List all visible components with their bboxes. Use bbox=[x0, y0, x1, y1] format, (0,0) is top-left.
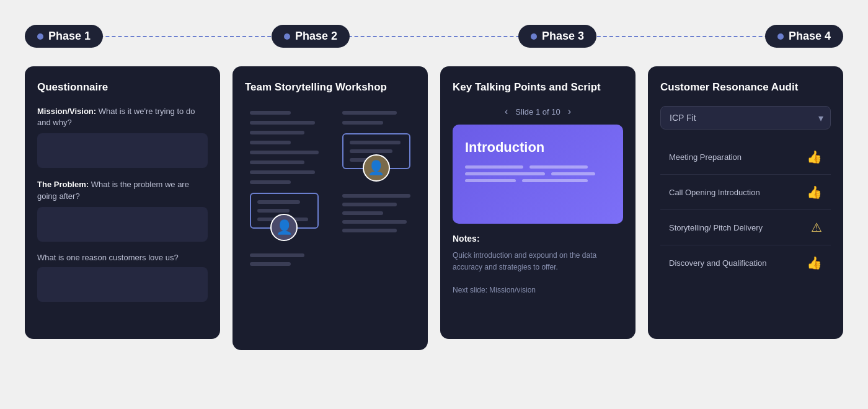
audit-row-label: Meeting Preparation bbox=[669, 152, 742, 162]
line bbox=[250, 121, 315, 125]
icp-fit-select[interactable]: ICP Fit Persona Fit Vertical Fit bbox=[660, 106, 831, 130]
phase2-label: Phase 2 bbox=[295, 30, 337, 43]
line bbox=[250, 180, 291, 184]
phase3-label: Phase 3 bbox=[542, 30, 584, 43]
notes-label: Notes: bbox=[453, 234, 623, 244]
line bbox=[342, 211, 383, 215]
audit-card-title: Customer Resonance Audit bbox=[660, 81, 831, 94]
phase3-dot bbox=[531, 33, 537, 40]
slide-line bbox=[465, 172, 545, 175]
phase3-badge: Phase 3 bbox=[518, 25, 596, 48]
slide-title: Introduction bbox=[465, 139, 611, 156]
notes-text-1: Quick introduction and expound on the da… bbox=[453, 250, 623, 273]
slide-card: Key Talking Points and Script ‹ Slide 1 … bbox=[440, 66, 636, 339]
audit-row-call-opening: Call Opening Introduction 👍 bbox=[660, 175, 831, 210]
phase4-label: Phase 4 bbox=[789, 30, 831, 43]
phase4-badge: Phase 4 bbox=[765, 25, 843, 48]
line bbox=[250, 151, 319, 154]
line bbox=[342, 194, 411, 198]
slide-nav: ‹ Slide 1 of 10 › bbox=[453, 106, 623, 117]
line bbox=[342, 111, 397, 115]
slide-card-title: Key Talking Points and Script bbox=[453, 81, 623, 94]
questionnaire-title: Questionnaire bbox=[37, 81, 208, 94]
audit-row-label: Storytelling/ Pitch Delivery bbox=[669, 223, 763, 232]
audit-row-meeting: Meeting Preparation 👍 bbox=[660, 139, 831, 175]
audit-row-storytelling: Storytelling/ Pitch Delivery ⚠ bbox=[660, 210, 831, 245]
prev-slide-button[interactable]: ‹ bbox=[505, 106, 508, 117]
phase1-badge: Phase 1 bbox=[25, 25, 103, 48]
q2-bold: The Problem: bbox=[37, 180, 89, 189]
thumb-up-icon-call: 👍 bbox=[807, 185, 822, 200]
warning-icon-story: ⚠ bbox=[811, 220, 822, 235]
q2-input[interactable] bbox=[37, 207, 208, 242]
line bbox=[250, 253, 304, 257]
slide-row bbox=[465, 179, 611, 182]
phase1-label: Phase 1 bbox=[48, 30, 91, 43]
slide-line bbox=[551, 172, 595, 175]
icp-fit-dropdown-wrapper[interactable]: ICP Fit Persona Fit Vertical Fit ▾ bbox=[660, 106, 831, 130]
line bbox=[350, 149, 392, 153]
workshop-card: Team Storytelling Workshop bbox=[232, 66, 428, 350]
questionnaire-card: Questionnaire Mission/Vision: What is it… bbox=[25, 66, 220, 339]
slide-line bbox=[465, 165, 523, 169]
line bbox=[250, 111, 291, 115]
line bbox=[257, 200, 300, 204]
q3-label: What is one reason customers love us? bbox=[37, 253, 208, 262]
audit-rows-container: Meeting Preparation 👍 Call Opening Intro… bbox=[660, 139, 831, 280]
audit-row-label: Discovery and Qualification bbox=[669, 258, 767, 268]
slide-content-lines bbox=[465, 165, 611, 182]
slide-line bbox=[529, 165, 588, 169]
timeline: Phase 1 Phase 2 Phase 3 Phase 4 bbox=[25, 25, 843, 48]
phase2-badge: Phase 2 bbox=[272, 25, 350, 48]
phase1-dot bbox=[37, 33, 43, 40]
notes-text-2: Next slide: Mission/vision bbox=[453, 284, 623, 296]
q1-label: Mission/Vision: What is it we're trying … bbox=[37, 106, 208, 128]
line bbox=[342, 220, 407, 224]
line bbox=[257, 209, 290, 213]
timeline-line bbox=[25, 36, 843, 37]
line bbox=[250, 131, 304, 134]
line bbox=[250, 141, 291, 144]
phase4-dot bbox=[777, 33, 784, 40]
workshop-title: Team Storytelling Workshop bbox=[245, 81, 415, 94]
line bbox=[350, 141, 401, 144]
thumb-up-icon-meeting: 👍 bbox=[807, 149, 822, 164]
slide-counter: Slide 1 of 10 bbox=[515, 107, 560, 117]
slide-line bbox=[465, 179, 516, 182]
slide-row bbox=[465, 165, 611, 169]
line bbox=[342, 229, 397, 232]
line bbox=[342, 203, 397, 206]
q2-label: The Problem: What is the problem we are … bbox=[37, 179, 208, 201]
q1-bold: Mission/Vision: bbox=[37, 107, 96, 116]
cards-row: Questionnaire Mission/Vision: What is it… bbox=[25, 66, 843, 350]
audit-row-label: Call Opening Introduction bbox=[669, 188, 760, 197]
q1-input[interactable] bbox=[37, 133, 208, 168]
audit-card: Customer Resonance Audit ICP Fit Persona… bbox=[648, 66, 843, 339]
line bbox=[342, 121, 383, 125]
line bbox=[250, 170, 315, 174]
slide-display: Introduction bbox=[453, 125, 623, 224]
avatar-top: 👤 bbox=[363, 154, 390, 182]
phase2-dot bbox=[284, 33, 290, 40]
line bbox=[250, 161, 304, 164]
avatar-bottom: 👤 bbox=[270, 214, 298, 241]
slide-line bbox=[522, 179, 588, 182]
next-slide-button[interactable]: › bbox=[568, 106, 571, 117]
thumb-up-icon-discovery: 👍 bbox=[807, 255, 822, 270]
line bbox=[250, 262, 291, 266]
slide-row bbox=[465, 172, 611, 175]
audit-row-discovery: Discovery and Qualification 👍 bbox=[660, 245, 831, 280]
q3-input[interactable] bbox=[37, 267, 208, 302]
